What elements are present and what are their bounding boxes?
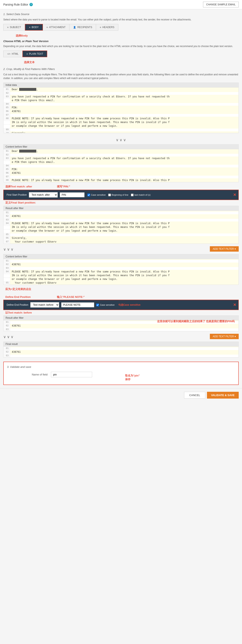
data-line: 09 bbox=[3, 128, 239, 131]
data-line: IN is only valid within the session in w… bbox=[3, 120, 239, 124]
data-line: 04 PLEASE NOTE: If you already have requ… bbox=[3, 270, 239, 274]
action-bar: CANCEL VALIDATE & SAVE bbox=[0, 388, 242, 402]
data-line: 02 438761 bbox=[3, 214, 239, 218]
define-end-type-select[interactable]: Text match: before bbox=[30, 302, 59, 308]
page-content: 1. Select Data Source Select where the d… bbox=[0, 9, 242, 388]
tab-headers-label: HEADERS bbox=[102, 26, 114, 29]
section1-desc: Select where the data you want to parse … bbox=[3, 18, 239, 22]
filter2-close-icon[interactable]: ✕ bbox=[233, 302, 236, 307]
tab-plain-text[interactable]: ≡ PLAIN TEXT bbox=[22, 50, 47, 57]
section2-desc: Cut out a text block by chaining up mult… bbox=[3, 73, 239, 80]
last-match-check[interactable]: last match of (x) bbox=[131, 194, 151, 196]
filter2-chevron-row: ∨ ∨ ∨ ADD TEXT FILTER ▾ bbox=[3, 246, 239, 252]
filter1-content-before-header: Content before filter bbox=[3, 144, 239, 149]
field-row-area: Name of field bbox=[7, 372, 117, 380]
annotation-define-end-2: Define End Position bbox=[5, 295, 31, 298]
data-line: 03 you have just requested a PIN for con… bbox=[3, 95, 239, 98]
tab-subject[interactable]: ≡ SUBJECT bbox=[3, 24, 25, 30]
tab-html[interactable]: </> HTML bbox=[3, 50, 22, 57]
data-line: 05 PIN: bbox=[3, 106, 239, 110]
data-line: 04 PLEASE NOTE: If you already have requ… bbox=[3, 222, 239, 225]
annotation-result-1: 这里你就可以看到规则截取之后的结果了 bbox=[157, 320, 205, 323]
filter1-panel: Find Start Position Text match: after Ca… bbox=[3, 190, 239, 200]
find-start-type-select[interactable]: Text match: after bbox=[29, 192, 58, 198]
data-line: 01 bbox=[3, 259, 239, 262]
data-line: 04 bbox=[3, 102, 239, 106]
annotation-case-sensitive: 勾选Case sensitive bbox=[118, 303, 140, 307]
field-row: Name of field bbox=[7, 372, 117, 377]
data-line: 06 Sincerely, bbox=[3, 236, 239, 240]
define-end-value-input[interactable] bbox=[61, 302, 94, 307]
filter1-result-block: Result after filter 01 02 438761 03 04 P… bbox=[3, 206, 239, 244]
cancel-button[interactable]: CANCEL bbox=[184, 392, 205, 398]
data-line: 07 Your customer support EUserv bbox=[3, 240, 239, 244]
tab-plain-text-label: PLAIN TEXT bbox=[29, 52, 43, 55]
data-line: 07 bbox=[3, 113, 239, 116]
data-line: 02 438761 bbox=[3, 350, 239, 354]
tab-headers[interactable]: ≡ HEADERS bbox=[96, 24, 118, 30]
data-line: 01 bbox=[3, 211, 239, 214]
data-line: 06 438761 bbox=[3, 110, 239, 113]
filter2-result-block: Result after filter 01 02 438761 03 bbox=[3, 316, 239, 331]
annotation-define-start: 定义Final Start position: bbox=[3, 201, 239, 204]
tab-body[interactable]: ≡ BODY bbox=[25, 24, 43, 30]
field-name-input[interactable] bbox=[51, 372, 92, 377]
page-title: Parsing Rule Editor bbox=[3, 3, 28, 6]
tab-subject-label: SUBJECT bbox=[10, 26, 21, 29]
page-title-area: Parsing Rule Editor ? bbox=[3, 3, 33, 6]
headers-icon: ≡ bbox=[100, 26, 101, 28]
body-icon: ≡ bbox=[29, 26, 30, 28]
data-line: e PIN then ignore this email. bbox=[3, 98, 239, 102]
data-line: or example change the browser or if you … bbox=[3, 229, 239, 232]
filter2-content-before-header: Content before filter bbox=[3, 254, 239, 259]
filter2-content-before-block: Content before filter 01 02 438761 03 04… bbox=[3, 254, 239, 285]
annotation-text-match: 以Text match: before bbox=[5, 311, 32, 314]
change-sample-button[interactable]: CHANGE SAMPLE EMAIL bbox=[203, 2, 239, 8]
annotation-define-end-1: 应为=定义结束的点位 bbox=[5, 288, 31, 291]
data-line: 01 bbox=[3, 346, 239, 350]
filter2-case-sensitive-check[interactable]: Case sensitive bbox=[96, 304, 115, 306]
top-bar: Parsing Rule Editor ? CHANGE SAMPLE EMAI… bbox=[0, 0, 242, 9]
filter3-chevron-row: ∨ ∨ ∨ ADD TEXT FILTER ▾ bbox=[3, 334, 239, 340]
chevrons-1: ∨ ∨ ∨ bbox=[3, 136, 239, 144]
filter1-content-before-block: Content before filter 01 Dear ------, 02… bbox=[3, 144, 239, 182]
filter1-close-icon[interactable]: ✕ bbox=[233, 192, 236, 197]
subject-icon: ≡ bbox=[7, 26, 8, 28]
section3-annotation-area: 取名为"pin" 保存 bbox=[125, 372, 235, 381]
attachment-icon: ≡ bbox=[47, 26, 48, 28]
chevrons-2: ∨ ∨ ∨ bbox=[3, 247, 13, 252]
validate-save-button[interactable]: VALIDATE & SAVE bbox=[207, 392, 239, 398]
add-text-filter-button-2[interactable]: ADD TEXT FILTER ▾ bbox=[210, 334, 239, 339]
data-line: or example change the browser or if you … bbox=[3, 277, 239, 281]
data-line: 10 Sincerely, bbox=[3, 131, 239, 133]
tab-attachment[interactable]: ≡ ATTACHMENT bbox=[43, 24, 70, 30]
filter1-annotations: 选择Text match: after 填写"PIN:" bbox=[3, 185, 239, 188]
add-text-filter-button-1[interactable]: ADD TEXT FILTER ▾ bbox=[210, 246, 239, 252]
section3-title: 3. Validate and save bbox=[7, 365, 235, 368]
filter1-result-header: Result after filter bbox=[3, 206, 239, 211]
html-plain-title: Choose HTML or Plain Text Version bbox=[3, 40, 239, 43]
data-line: 05 PIN: bbox=[3, 168, 239, 171]
data-line: 04 bbox=[3, 164, 239, 168]
data-line: 02 bbox=[3, 91, 239, 95]
help-icon[interactable]: ? bbox=[29, 3, 33, 6]
initial-data-block: Initial data 01 Dear ------, 02 03 you h… bbox=[3, 82, 239, 133]
find-start-value-input[interactable] bbox=[60, 192, 84, 197]
section3-content: Name of field 取名为"pin" 保存 bbox=[7, 372, 235, 381]
recipients-icon: 👤 bbox=[73, 26, 76, 29]
final-result-lines: 01 02 438761 03 bbox=[3, 346, 239, 357]
beginning-of-line-check[interactable]: Beginning of line bbox=[108, 194, 128, 196]
tab-html-label: HTML bbox=[12, 52, 18, 55]
field-label: Name of field bbox=[32, 373, 48, 376]
final-result-header: Final result bbox=[3, 342, 239, 346]
annotation-define-final-start: 定义Final Start position: bbox=[5, 201, 36, 204]
data-line: 08 PLEASE NOTE: If you already have requ… bbox=[3, 116, 239, 120]
case-sensitive-check[interactable]: Case sensitive bbox=[87, 194, 106, 196]
data-line: 03 bbox=[3, 328, 239, 331]
data-line: IN is only valid within the session in w… bbox=[3, 225, 239, 229]
tab-recipients[interactable]: 👤 RECIPIENTS bbox=[69, 24, 96, 30]
define-end-label: Define End Position bbox=[6, 304, 28, 306]
data-line: 08 PLEASE NOTE: If you already have requ… bbox=[3, 178, 239, 182]
data-line: 05 bbox=[3, 232, 239, 236]
filter2-result-annotation: 这里你就可以看到规则截取之后的结果了 也就是我们需要的PIN码 bbox=[157, 320, 235, 323]
